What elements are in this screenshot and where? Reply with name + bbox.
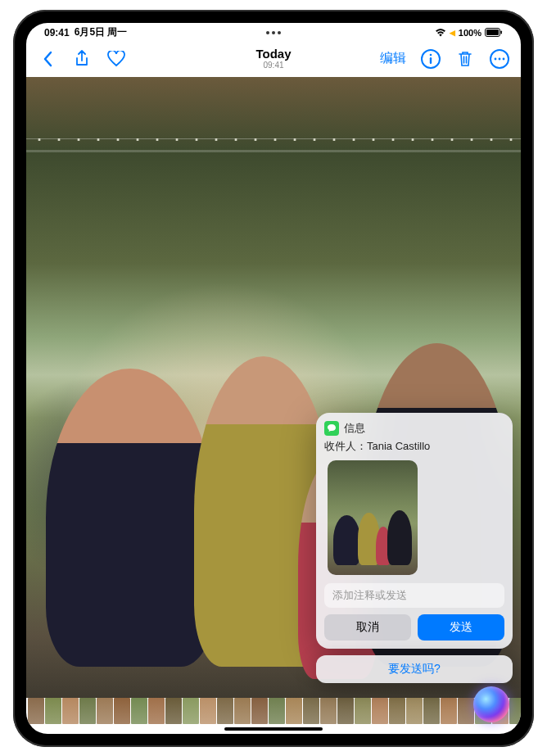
- thumbnail[interactable]: [148, 698, 165, 724]
- siri-confirm-bubble[interactable]: 要发送吗?: [316, 655, 513, 683]
- thumbnail[interactable]: [372, 698, 388, 724]
- favorite-button[interactable]: [106, 49, 126, 69]
- delete-button[interactable]: [455, 49, 475, 69]
- battery-percent: 100%: [459, 28, 481, 38]
- cancel-label: 取消: [356, 620, 379, 635]
- status-bar: 09:41 6月5日 周一 ◀ 100%: [26, 23, 521, 41]
- multitask-dots[interactable]: [266, 31, 281, 34]
- thumbnail[interactable]: [441, 698, 457, 724]
- more-button[interactable]: [490, 49, 509, 69]
- thumbnail[interactable]: [251, 698, 268, 724]
- thumbnail[interactable]: [234, 698, 251, 724]
- send-button[interactable]: 发送: [418, 614, 504, 641]
- svg-rect-4: [430, 57, 432, 64]
- thumbnail[interactable]: [114, 698, 130, 724]
- siri-confirm-label: 要发送吗?: [388, 662, 441, 677]
- nav-title: Today: [255, 48, 291, 60]
- thumbnail[interactable]: [286, 698, 302, 724]
- svg-point-7: [503, 57, 505, 60]
- thumbnail[interactable]: [355, 698, 371, 724]
- recipient-name: Tania Castillo: [367, 440, 430, 452]
- thumbnail[interactable]: [79, 698, 96, 724]
- thumbnail[interactable]: [217, 698, 233, 724]
- recipient-label: 收件人：: [324, 440, 367, 452]
- svg-point-3: [430, 53, 432, 56]
- send-label: 发送: [450, 620, 472, 635]
- edit-button[interactable]: 编辑: [380, 50, 406, 67]
- svg-point-5: [495, 57, 497, 60]
- nav-bar: Today 09:41 编辑: [26, 41, 521, 77]
- thumbnail[interactable]: [406, 698, 423, 724]
- svg-point-6: [499, 57, 501, 60]
- nav-title-area: Today 09:41: [255, 48, 291, 70]
- back-button[interactable]: [38, 49, 57, 69]
- thumbnail[interactable]: [62, 698, 79, 724]
- battery-icon: [485, 28, 503, 37]
- cancel-button[interactable]: 取消: [324, 614, 411, 641]
- location-icon: ◀: [450, 29, 455, 37]
- messages-app-icon: [324, 421, 339, 436]
- thumbnail[interactable]: [269, 698, 285, 724]
- message-photo-preview[interactable]: [328, 460, 418, 575]
- thumbnail[interactable]: [509, 698, 521, 724]
- thumbnail[interactable]: [458, 698, 474, 724]
- screen: 09:41 6月5日 周一 ◀ 100%: [26, 23, 521, 734]
- thumbnail[interactable]: [320, 698, 337, 724]
- thumbnail-strip[interactable]: [26, 698, 521, 724]
- comment-placeholder: 添加注释或发送: [332, 588, 407, 603]
- status-date: 6月5日 周一: [75, 25, 128, 39]
- status-time: 09:41: [44, 27, 70, 38]
- siri-app-label: 信息: [344, 421, 365, 436]
- thumbnail[interactable]: [45, 698, 61, 724]
- svg-rect-2: [501, 31, 503, 34]
- recipient-row: 收件人：Tania Castillo: [324, 439, 504, 454]
- thumbnail[interactable]: [389, 698, 405, 724]
- thumbnail[interactable]: [303, 698, 319, 724]
- thumbnail[interactable]: [97, 698, 113, 724]
- thumbnail[interactable]: [200, 698, 216, 724]
- nav-subtitle: 09:41: [255, 60, 291, 70]
- share-button[interactable]: [72, 49, 92, 69]
- thumbnail[interactable]: [165, 698, 182, 724]
- thumbnail[interactable]: [183, 698, 199, 724]
- svg-rect-1: [486, 29, 499, 35]
- thumbnail[interactable]: [28, 698, 44, 724]
- home-indicator[interactable]: [224, 727, 323, 731]
- thumbnail[interactable]: [337, 698, 354, 724]
- info-button[interactable]: [421, 49, 441, 69]
- thumbnail[interactable]: [131, 698, 147, 724]
- siri-orb[interactable]: [473, 686, 509, 722]
- siri-message-popup: 信息 收件人：Tania Castillo 添加注释或发送 取消 发送: [316, 413, 513, 649]
- thumbnail[interactable]: [423, 698, 440, 724]
- wifi-icon: [435, 28, 446, 37]
- comment-input[interactable]: 添加注释或发送: [324, 583, 504, 608]
- ipad-device-frame: 09:41 6月5日 周一 ◀ 100%: [13, 10, 534, 747]
